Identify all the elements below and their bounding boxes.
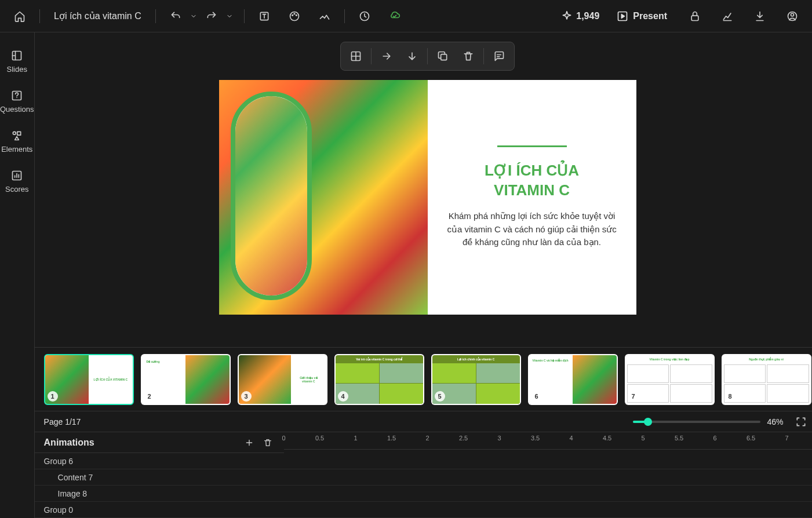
sidebar-scores-label: Scores: [5, 185, 28, 194]
left-sidebar: Slides Questions Elements Scores: [0, 32, 35, 518]
download-button[interactable]: [749, 6, 770, 27]
timeline-tick: 6: [713, 435, 716, 442]
thumbnail-number: 6: [531, 391, 542, 402]
fit-screen-button[interactable]: [791, 411, 811, 432]
thumbnail-6[interactable]: Vitamin C và hệ miễn dịch 6: [528, 354, 618, 405]
title-accent-bar: [497, 145, 567, 147]
questions-icon: [11, 90, 23, 101]
play-icon: [617, 10, 628, 22]
sidebar-scores[interactable]: Scores: [0, 162, 34, 202]
undo-button[interactable]: [165, 6, 186, 27]
timeline-tick: 5: [641, 435, 644, 442]
page-bar: Page 1/17 46%: [35, 411, 812, 432]
arrow-right-button[interactable]: [375, 46, 398, 67]
comment-button[interactable]: [487, 46, 511, 67]
slide-title: LỢI ÍCH CỦA VITAMIN C: [485, 161, 579, 200]
sidebar-slides-label: Slides: [7, 65, 27, 74]
animations-header-label: Animations: [44, 437, 94, 448]
elements-icon: [11, 130, 23, 141]
redo-dropdown[interactable]: [224, 6, 235, 27]
thumbnail-4[interactable]: Vai trò của vitamin C trong cơ thể 4: [334, 354, 424, 405]
thumbnail-number: 3: [241, 391, 252, 402]
slide-text-area: LỢI ÍCH CỦA VITAMIN C Khám phá những lợi…: [428, 80, 636, 315]
canvas-area: LỢI ÍCH CỦA VITAMIN C Khám phá những lợi…: [35, 32, 812, 347]
animation-row[interactable]: Group 6: [35, 453, 812, 469]
timeline-tick: 7: [785, 435, 788, 442]
divider: [155, 9, 156, 23]
timeline-tick: 4.5: [603, 435, 611, 442]
animation-row[interactable]: Content 7: [35, 469, 812, 486]
arrow-down-button[interactable]: [400, 46, 424, 67]
thumbnail-number: 4: [338, 391, 348, 402]
present-label: Present: [633, 11, 667, 21]
slide-canvas[interactable]: LỢI ÍCH CỦA VITAMIN C Khám phá những lợi…: [219, 80, 636, 315]
canvas-toolbar: [340, 42, 515, 71]
animation-row[interactable]: Image 8: [35, 486, 812, 502]
zoom-value: 46%: [767, 417, 784, 426]
sidebar-questions[interactable]: Questions: [0, 82, 34, 122]
thumbnail-1[interactable]: LỢI ÍCH CỦA VITAMIN C 1: [44, 354, 134, 405]
topbar: Lợi ích của vitamin C 1,949 Present: [0, 0, 812, 32]
slide-description: Khám phá những lợi ích sức khỏe tuyệt vờ…: [445, 210, 619, 249]
timeline-ruler[interactable]: 00.511.522.533.544.555.566.577.5: [284, 432, 812, 450]
thumbnail-2[interactable]: Đề cương 2: [141, 354, 231, 405]
timeline-tick: 2: [425, 435, 429, 442]
redo-button[interactable]: [201, 6, 222, 27]
thumbnail-number: 7: [628, 391, 639, 402]
svg-point-4: [296, 14, 297, 16]
document-title[interactable]: Lợi ích của vitamin C: [49, 10, 146, 21]
animation-row[interactable]: Group 0: [35, 502, 812, 518]
thumbnail-number: 8: [725, 391, 735, 402]
thumbnail-strip[interactable]: LỢI ÍCH CỦA VITAMIN C 1 Đề cương 2 Giới …: [35, 347, 812, 411]
cloud-sync-icon[interactable]: [384, 6, 405, 27]
timeline-tick: 2.5: [459, 435, 468, 442]
copy-button[interactable]: [431, 46, 454, 67]
lock-button[interactable]: [684, 6, 705, 27]
sparkle-icon: [561, 10, 573, 22]
sidebar-elements[interactable]: Elements: [0, 122, 34, 162]
timeline-tick: 3: [497, 435, 501, 442]
slide-arch-shape: [231, 92, 312, 300]
delete-button[interactable]: [457, 46, 480, 67]
thumbnail-3[interactable]: Giới thiệu về vitamin C 3: [238, 354, 327, 405]
divider: [244, 9, 245, 23]
svg-rect-7: [691, 16, 698, 20]
svg-point-9: [791, 13, 794, 16]
timeline-tick: 4: [569, 435, 573, 442]
timeline-tick: 0: [282, 435, 285, 442]
undo-dropdown[interactable]: [188, 6, 199, 27]
add-animation-button[interactable]: [242, 436, 256, 450]
thumbnail-number: 2: [144, 391, 155, 402]
center-column: LỢI ÍCH CỦA VITAMIN C Khám phá những lợi…: [35, 32, 812, 518]
text-button[interactable]: [254, 6, 275, 27]
timeline-tick: 1.5: [387, 435, 396, 442]
credits-counter[interactable]: 1,949: [561, 10, 599, 22]
sidebar-slides[interactable]: Slides: [0, 42, 34, 82]
thumbnail-5[interactable]: Lợi ích chính của vitamin C 5: [431, 354, 521, 405]
home-button[interactable]: [9, 6, 30, 27]
timeline-tick: 3.5: [531, 435, 540, 442]
divider: [427, 48, 428, 64]
slide-title-line2: VITAMIN C: [485, 181, 579, 200]
timeline-tick: 6.5: [747, 435, 755, 442]
delete-animation-button[interactable]: [261, 436, 275, 450]
present-button[interactable]: Present: [611, 7, 673, 25]
image-button[interactable]: [314, 6, 335, 27]
thumbnail-number: 5: [435, 391, 445, 402]
profile-button[interactable]: [782, 6, 803, 27]
palette-button[interactable]: [284, 6, 305, 27]
divider: [39, 9, 40, 23]
credits-value: 1,949: [576, 11, 599, 21]
divider: [483, 48, 484, 64]
thumbnail-8[interactable]: Nguồn thực phẩm giàu vi 8: [722, 354, 811, 405]
animations-panel: Animations 00.511.522.533.544.555.566.57…: [35, 432, 812, 518]
svg-point-3: [294, 13, 295, 14]
svg-point-12: [13, 132, 16, 134]
divider: [344, 9, 345, 23]
thumbnail-7[interactable]: Vitamin C trong việc làm đẹp 7: [625, 354, 715, 405]
analytics-button[interactable]: [717, 6, 738, 27]
history-button[interactable]: [354, 6, 375, 27]
page-indicator: Page 1/17: [44, 417, 81, 426]
layout-button[interactable]: [344, 46, 367, 67]
zoom-slider[interactable]: [633, 421, 760, 423]
